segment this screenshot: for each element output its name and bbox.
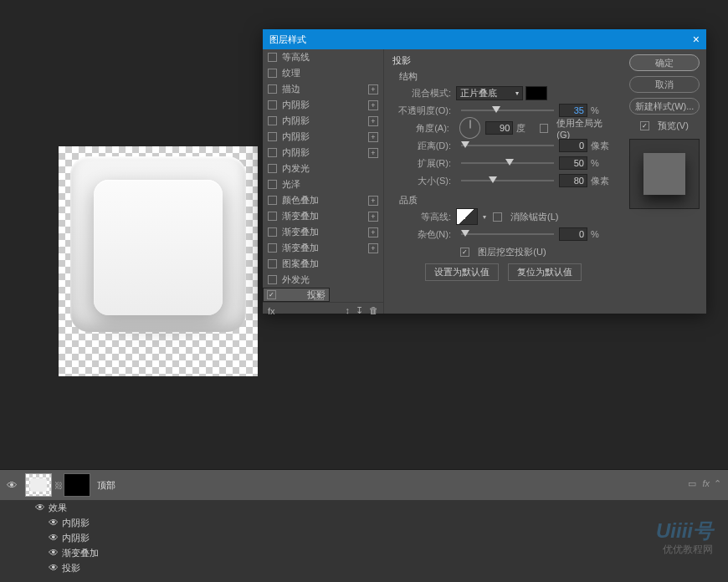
- style-item-inner-shadow4[interactable]: 内阴影+: [263, 145, 383, 161]
- style-item-satin[interactable]: 光泽: [263, 176, 383, 192]
- noise-slider[interactable]: [461, 228, 554, 240]
- rendered-key-top: [94, 180, 223, 315]
- style-checkbox[interactable]: [268, 275, 277, 284]
- knockout-checkbox[interactable]: [460, 248, 469, 257]
- preview-checkbox[interactable]: [640, 121, 649, 130]
- trash-icon[interactable]: 🗑: [369, 305, 378, 315]
- noise-input[interactable]: 0: [559, 227, 587, 241]
- size-slider[interactable]: [461, 175, 554, 186]
- spread-input[interactable]: 50: [559, 156, 587, 170]
- global-light-checkbox[interactable]: [540, 124, 549, 133]
- opacity-input[interactable]: 35: [559, 104, 587, 117]
- distance-input[interactable]: 0: [559, 139, 587, 152]
- style-item-gradient-overlay[interactable]: 渐变叠加+: [263, 208, 383, 224]
- fx-badge[interactable]: fx: [702, 478, 710, 488]
- spread-slider[interactable]: [461, 157, 554, 169]
- add-instance-icon[interactable]: +: [368, 196, 378, 206]
- layer-thumbnail[interactable]: [25, 473, 52, 497]
- reset-default-button[interactable]: 复位为默认值: [508, 263, 582, 281]
- visibility-icon[interactable]: 👁: [49, 547, 62, 559]
- close-icon[interactable]: ×: [693, 33, 700, 46]
- layer-name-label[interactable]: 顶部: [97, 479, 115, 492]
- style-checkbox[interactable]: [268, 84, 277, 94]
- shadow-color-swatch[interactable]: [525, 86, 547, 100]
- style-item-inner-shadow[interactable]: 内阴影+: [263, 97, 383, 113]
- visibility-icon[interactable]: 👁: [35, 502, 49, 513]
- antialias-checkbox[interactable]: [493, 212, 502, 222]
- style-checkbox[interactable]: [268, 227, 277, 237]
- fx-down-icon[interactable]: ↧: [356, 305, 363, 315]
- angle-dial[interactable]: [459, 117, 480, 139]
- add-instance-icon[interactable]: +: [368, 132, 378, 142]
- quality-group-label: 品质: [399, 194, 614, 207]
- style-checkbox[interactable]: [268, 53, 277, 62]
- collapse-icon[interactable]: ▭: [688, 478, 696, 488]
- style-label: 外发光: [282, 273, 310, 286]
- effect-item[interactable]: 👁内阴影: [0, 515, 728, 530]
- style-checkbox[interactable]: [268, 259, 277, 268]
- cancel-button[interactable]: 取消: [629, 76, 700, 93]
- chevron-down-icon[interactable]: ⌃: [714, 478, 721, 488]
- chevron-down-icon[interactable]: ▾: [483, 213, 486, 221]
- new-style-button[interactable]: 新建样式(W)...: [629, 98, 700, 115]
- style-item-drop-shadow[interactable]: 投影+: [263, 288, 330, 302]
- watermark-logo: Uiiii号: [656, 518, 713, 544]
- style-item-color-overlay[interactable]: 颜色叠加+: [263, 192, 383, 208]
- style-item-texture[interactable]: 纹理: [263, 65, 383, 81]
- distance-label: 距离(D):: [392, 140, 451, 152]
- style-checkbox[interactable]: [267, 290, 276, 299]
- effect-item[interactable]: 👁内阴影: [0, 530, 728, 545]
- add-instance-icon[interactable]: +: [314, 290, 324, 300]
- style-checkbox[interactable]: [268, 116, 277, 125]
- add-instance-icon[interactable]: +: [368, 116, 378, 126]
- style-checkbox[interactable]: [268, 180, 277, 189]
- style-item-inner-shadow2[interactable]: 内阴影+: [263, 113, 383, 129]
- style-item-stroke[interactable]: 描边+: [263, 81, 383, 97]
- noise-label: 杂色(N):: [392, 228, 451, 241]
- ok-button[interactable]: 确定: [629, 54, 700, 71]
- style-checkbox[interactable]: [268, 196, 277, 205]
- size-input[interactable]: 80: [559, 174, 587, 187]
- contour-picker[interactable]: [456, 208, 478, 225]
- style-item-pattern-overlay[interactable]: 图案叠加: [263, 256, 383, 272]
- link-icon[interactable]: ⛓: [54, 481, 64, 490]
- style-label: 纹理: [282, 67, 300, 79]
- style-label: 光泽: [282, 178, 300, 191]
- mask-thumbnail[interactable]: [64, 473, 90, 497]
- style-checkbox[interactable]: [268, 132, 277, 141]
- style-item-gradient-overlay3[interactable]: 渐变叠加+: [263, 240, 383, 256]
- style-item-inner-glow[interactable]: 内发光: [263, 161, 383, 176]
- style-item-contour[interactable]: 等高线: [263, 49, 383, 65]
- style-checkbox[interactable]: [268, 148, 277, 157]
- style-item-outer-glow[interactable]: 外发光: [263, 272, 383, 288]
- effect-item[interactable]: 👁渐变叠加: [0, 545, 728, 560]
- style-checkbox[interactable]: [268, 69, 277, 78]
- blend-mode-select[interactable]: 正片叠底▾: [456, 86, 523, 100]
- fx-arrange-icon[interactable]: ↕: [345, 305, 350, 315]
- visibility-icon[interactable]: 👁: [49, 562, 62, 574]
- visibility-icon[interactable]: 👁: [49, 532, 62, 544]
- make-default-button[interactable]: 设置为默认值: [425, 263, 499, 281]
- effect-item[interactable]: 👁投影: [0, 560, 728, 575]
- style-checkbox[interactable]: [268, 100, 277, 110]
- angle-input[interactable]: 90: [485, 121, 513, 135]
- style-item-gradient-overlay2[interactable]: 渐变叠加+: [263, 224, 383, 240]
- add-instance-icon[interactable]: +: [368, 100, 378, 110]
- add-instance-icon[interactable]: +: [368, 243, 378, 253]
- style-checkbox[interactable]: [268, 212, 277, 221]
- style-item-inner-shadow3[interactable]: 内阴影+: [263, 129, 383, 145]
- add-instance-icon[interactable]: +: [368, 148, 378, 158]
- style-checkbox[interactable]: [268, 164, 277, 173]
- style-checkbox[interactable]: [268, 243, 277, 253]
- opacity-slider[interactable]: [461, 105, 554, 116]
- visibility-icon[interactable]: 👁: [49, 517, 62, 528]
- distance-slider[interactable]: [461, 140, 554, 151]
- add-instance-icon[interactable]: +: [368, 84, 378, 94]
- style-label: 内阴影: [282, 146, 310, 159]
- effects-header[interactable]: 👁 效果: [0, 500, 728, 515]
- add-instance-icon[interactable]: +: [368, 227, 378, 237]
- add-instance-icon[interactable]: +: [368, 212, 378, 222]
- visibility-icon[interactable]: 👁: [0, 479, 23, 492]
- dialog-titlebar[interactable]: 图层样式 ×: [263, 29, 706, 49]
- layer-row[interactable]: 👁 ⛓ 顶部 ▭ fx ⌃: [0, 470, 728, 500]
